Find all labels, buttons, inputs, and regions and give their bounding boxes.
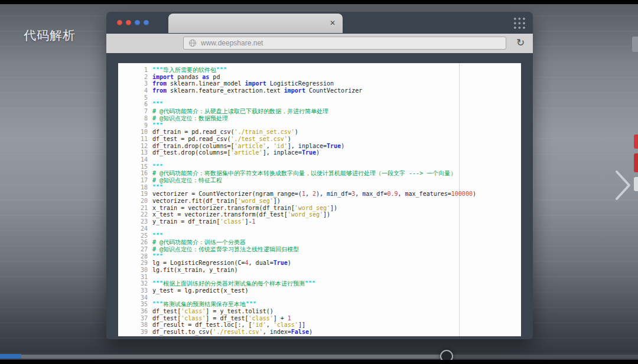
window-control-dot[interactable] — [135, 20, 140, 25]
code-line: 30lg.fit(x_train, y_train) — [118, 267, 521, 274]
code-line: 4from sklearn.feature_extraction.text im… — [118, 87, 521, 94]
code-line: 11df_test = pd.read_csv('./test_set.csv'… — [118, 136, 521, 143]
seek-played — [21, 355, 447, 359]
browser-window: ✕ www.deepshare.net ↻ 1"""导入所需要的软件包"""2i… — [106, 12, 533, 339]
code-line: 13df_test.drop(columns=['article'], inpl… — [118, 149, 521, 156]
code-line: 39df_result.to_csv('./result.csv', index… — [118, 329, 521, 336]
bottom-letterbox — [0, 360, 638, 364]
code-line: 23y_train = df_train['class']-1 — [118, 218, 521, 225]
code-line: 9""" — [118, 122, 521, 129]
code-line: 24 — [118, 225, 521, 232]
browser-titlebar: ✕ — [106, 12, 533, 34]
code-line: 34 — [118, 294, 521, 301]
window-control-dot[interactable] — [126, 20, 131, 25]
code-line: 18""" — [118, 184, 521, 191]
code-line: 15""" — [118, 163, 521, 170]
browser-addressbar: www.deepshare.net ↻ — [106, 34, 533, 53]
code-line: 5 — [118, 94, 521, 101]
code-line: 25""" — [118, 232, 521, 240]
code-line: 16# @代码功能简介：将数据集中的字符文本转换成数字向量，以便计算机能够进行处… — [118, 170, 521, 177]
code-line: 28""" — [118, 253, 521, 260]
page-title: 代码解析 — [24, 27, 76, 44]
code-line: 26# @代码功能简介：训练一个分类器 — [118, 239, 521, 246]
code-line: 37df_test['class'] = df_test['class'] + … — [118, 315, 521, 322]
code-line: 1"""导入所需要的软件包""" — [118, 67, 521, 74]
code-line: 14 — [118, 156, 521, 163]
browser-body: 1"""导入所需要的软件包"""2import pandas as pd3fro… — [106, 53, 533, 339]
code-line: 22x_test = vectorizer.transform(df_test[… — [118, 211, 521, 218]
code-line: 6""" — [118, 101, 521, 108]
window-control-dot[interactable] — [117, 20, 122, 25]
cropped-edge-control[interactable] — [634, 135, 638, 149]
code-line: 20vectorizer.fit(df_train['word_seg']) — [118, 198, 521, 205]
code-line: 27# @知识点定位：传统监督学习算法之线性逻辑回归模型 — [118, 246, 521, 253]
window-control-dot[interactable] — [144, 20, 149, 25]
url-text: www.deepshare.net — [201, 39, 263, 47]
next-slide-button[interactable] — [612, 169, 633, 202]
code-line: 33y_test = lg.predict(x_test) — [118, 287, 521, 294]
refresh-button[interactable]: ↻ — [513, 35, 528, 51]
code-line: 7# @代码功能简介：从硬盘上读取已下载好的数据，并进行简单处理 — [118, 108, 521, 115]
code-line: 12df_train.drop(columns=['article', 'id'… — [118, 143, 521, 150]
browser-tab[interactable]: ✕ — [168, 14, 343, 33]
code-line: 10df_train = pd.read_csv('./train_set.cs… — [118, 129, 521, 136]
code-line: 31 — [118, 274, 521, 281]
top-letterbox — [0, 0, 638, 4]
code-line: 35"""将测试集的预测结果保存至本地""" — [118, 301, 521, 308]
cropped-edge-control[interactable] — [634, 177, 638, 191]
code-line: 2import pandas as pd — [118, 74, 521, 81]
code-line: 38df_result = df_test.loc[:, ['id', 'cla… — [118, 322, 521, 329]
code-lines: 1"""导入所需要的软件包"""2import pandas as pd3fro… — [118, 67, 521, 336]
code-line: 36df_test['class'] = y_test.tolist() — [118, 308, 521, 315]
code-line: 8# @知识点定位：数据预处理 — [118, 115, 521, 122]
window-controls — [117, 20, 149, 25]
code-line: 3from sklearn.linear_model import Logist… — [118, 80, 521, 87]
seek-buffer-segment — [0, 354, 21, 359]
code-line: 17# @知识点定位：特征工程 — [118, 177, 521, 184]
code-line: 29lg = LogisticRegression(C=4, dual=True… — [118, 260, 521, 267]
cropped-edge-control[interactable] — [634, 153, 638, 172]
globe-icon — [188, 39, 197, 47]
code-line: 21x_train = vectorizer.transform(df_trai… — [118, 205, 521, 212]
grid-menu-icon[interactable] — [512, 16, 526, 30]
code-line: 19vectorizer = CountVectorizer(ngram_ran… — [118, 191, 521, 198]
cropped-edge-control[interactable] — [632, 37, 638, 52]
video-frame: 代码解析 ✕ www.deepshare.net ↻ 1"" — [0, 0, 638, 364]
code-line: 32"""根据上面训练好的分类器对测试集的每个样本进行预测""" — [118, 280, 521, 287]
url-input[interactable]: www.deepshare.net — [183, 37, 506, 50]
code-editor[interactable]: 1"""导入所需要的软件包"""2import pandas as pd3fro… — [118, 63, 521, 336]
tab-close-icon[interactable]: ✕ — [330, 19, 336, 27]
